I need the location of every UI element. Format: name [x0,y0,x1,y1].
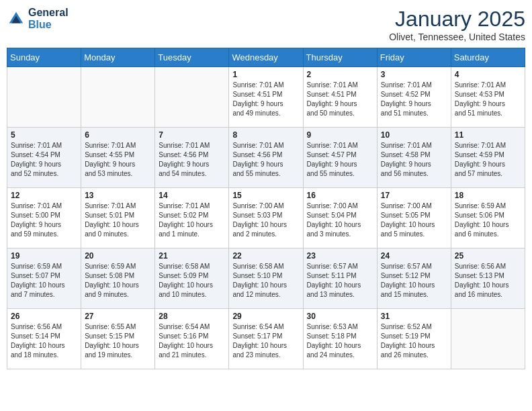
day-info: Sunrise: 6:57 AM Sunset: 5:11 PM Dayligh… [307,262,373,300]
weekday-header-sunday: Sunday [7,48,81,67]
logo-general: General [28,7,69,19]
weekday-header-tuesday: Tuesday [155,48,229,67]
day-number: 30 [307,312,373,321]
calendar-day-cell [155,67,229,128]
day-number: 8 [232,130,299,140]
calendar-day-cell: 21Sunrise: 6:58 AM Sunset: 5:09 PM Dayli… [155,248,229,309]
day-number: 6 [85,130,151,140]
calendar-day-cell: 23Sunrise: 6:57 AM Sunset: 5:11 PM Dayli… [303,248,377,309]
calendar-day-cell: 7Sunrise: 7:01 AM Sunset: 4:56 PM Daylig… [155,128,229,188]
weekday-header-wednesday: Wednesday [229,48,303,67]
calendar-week-row: 26Sunrise: 6:56 AM Sunset: 5:14 PM Dayli… [7,309,525,369]
day-number: 27 [85,312,151,321]
calendar-day-cell: 20Sunrise: 6:59 AM Sunset: 5:08 PM Dayli… [81,248,155,309]
day-number: 17 [381,191,447,200]
calendar-week-row: 5Sunrise: 7:01 AM Sunset: 4:54 PM Daylig… [7,128,525,188]
weekday-header-monday: Monday [81,48,155,67]
day-info: Sunrise: 7:00 AM Sunset: 5:03 PM Dayligh… [232,201,299,239]
day-info: Sunrise: 6:59 AM Sunset: 5:08 PM Dayligh… [85,262,151,300]
calendar-day-cell: 8Sunrise: 7:01 AM Sunset: 4:56 PM Daylig… [229,128,303,188]
day-number: 10 [381,130,447,140]
day-info: Sunrise: 7:01 AM Sunset: 4:57 PM Dayligh… [307,141,373,179]
day-number: 26 [11,312,77,321]
calendar-day-cell: 28Sunrise: 6:54 AM Sunset: 5:16 PM Dayli… [155,309,229,369]
day-number: 16 [307,191,373,200]
day-info: Sunrise: 6:57 AM Sunset: 5:12 PM Dayligh… [381,262,447,300]
calendar-day-cell [451,309,525,369]
day-info: Sunrise: 6:55 AM Sunset: 5:15 PM Dayligh… [85,322,151,360]
day-info: Sunrise: 7:01 AM Sunset: 4:59 PM Dayligh… [455,141,521,179]
day-info: Sunrise: 7:01 AM Sunset: 4:55 PM Dayligh… [85,141,151,179]
day-info: Sunrise: 7:01 AM Sunset: 5:01 PM Dayligh… [85,201,151,239]
day-info: Sunrise: 7:00 AM Sunset: 5:05 PM Dayligh… [381,201,447,239]
day-number: 23 [307,251,373,261]
weekday-header-saturday: Saturday [451,48,525,67]
day-number: 9 [307,130,373,140]
day-number: 7 [159,130,225,140]
calendar-day-cell: 5Sunrise: 7:01 AM Sunset: 4:54 PM Daylig… [7,128,81,188]
calendar-day-cell: 3Sunrise: 7:01 AM Sunset: 4:52 PM Daylig… [377,67,451,128]
day-info: Sunrise: 7:01 AM Sunset: 4:52 PM Dayligh… [381,81,447,118]
day-info: Sunrise: 6:58 AM Sunset: 5:09 PM Dayligh… [159,262,225,300]
day-info: Sunrise: 7:01 AM Sunset: 4:54 PM Dayligh… [11,141,77,179]
page-header: General Blue January 2025 Olivet, Tennes… [7,7,525,42]
day-number: 1 [232,70,299,79]
day-number: 15 [232,191,299,200]
day-number: 31 [381,312,447,321]
calendar-day-cell: 24Sunrise: 6:57 AM Sunset: 5:12 PM Dayli… [377,248,451,309]
calendar-day-cell: 18Sunrise: 6:59 AM Sunset: 5:06 PM Dayli… [451,188,525,248]
calendar-day-cell: 27Sunrise: 6:55 AM Sunset: 5:15 PM Dayli… [81,309,155,369]
day-info: Sunrise: 7:01 AM Sunset: 4:58 PM Dayligh… [381,141,447,179]
calendar-day-cell: 4Sunrise: 7:01 AM Sunset: 4:53 PM Daylig… [451,67,525,128]
day-info: Sunrise: 7:01 AM Sunset: 5:00 PM Dayligh… [11,201,77,239]
day-number: 12 [11,191,77,200]
day-info: Sunrise: 6:59 AM Sunset: 5:06 PM Dayligh… [455,201,521,239]
day-number: 3 [381,70,447,79]
calendar-day-cell: 2Sunrise: 7:01 AM Sunset: 4:51 PM Daylig… [303,67,377,128]
calendar-day-cell: 22Sunrise: 6:58 AM Sunset: 5:10 PM Dayli… [229,248,303,309]
title-area: January 2025 Olivet, Tennessee, United S… [389,7,525,42]
day-info: Sunrise: 6:56 AM Sunset: 5:13 PM Dayligh… [455,262,521,300]
calendar-day-cell: 13Sunrise: 7:01 AM Sunset: 5:01 PM Dayli… [81,188,155,248]
day-info: Sunrise: 6:52 AM Sunset: 5:19 PM Dayligh… [381,322,447,360]
calendar-day-cell: 15Sunrise: 7:00 AM Sunset: 5:03 PM Dayli… [229,188,303,248]
calendar-day-cell: 16Sunrise: 7:00 AM Sunset: 5:04 PM Dayli… [303,188,377,248]
day-number: 14 [159,191,225,200]
logo-icon [7,9,26,28]
calendar-table: SundayMondayTuesdayWednesdayThursdayFrid… [7,48,525,369]
day-number: 20 [85,251,151,261]
calendar-day-cell: 26Sunrise: 6:56 AM Sunset: 5:14 PM Dayli… [7,309,81,369]
calendar-day-cell: 12Sunrise: 7:01 AM Sunset: 5:00 PM Dayli… [7,188,81,248]
day-number: 28 [159,312,225,321]
weekday-header-friday: Friday [377,48,451,67]
day-number: 19 [11,251,77,261]
day-number: 4 [455,70,521,79]
day-info: Sunrise: 7:01 AM Sunset: 4:56 PM Dayligh… [232,141,299,179]
calendar-day-cell: 6Sunrise: 7:01 AM Sunset: 4:55 PM Daylig… [81,128,155,188]
day-number: 24 [381,251,447,261]
day-number: 11 [455,130,521,140]
day-number: 21 [159,251,225,261]
day-info: Sunrise: 7:01 AM Sunset: 4:56 PM Dayligh… [159,141,225,179]
calendar-day-cell: 9Sunrise: 7:01 AM Sunset: 4:57 PM Daylig… [303,128,377,188]
weekday-header-row: SundayMondayTuesdayWednesdayThursdayFrid… [7,48,525,67]
day-info: Sunrise: 6:54 AM Sunset: 5:16 PM Dayligh… [159,322,225,360]
day-info: Sunrise: 7:01 AM Sunset: 4:51 PM Dayligh… [232,81,299,118]
calendar-day-cell: 14Sunrise: 7:01 AM Sunset: 5:02 PM Dayli… [155,188,229,248]
month-title: January 2025 [389,7,525,32]
day-number: 18 [455,191,521,200]
calendar-week-row: 1Sunrise: 7:01 AM Sunset: 4:51 PM Daylig… [7,67,525,128]
calendar-day-cell [81,67,155,128]
calendar-day-cell: 29Sunrise: 6:54 AM Sunset: 5:17 PM Dayli… [229,309,303,369]
calendar-day-cell: 30Sunrise: 6:53 AM Sunset: 5:18 PM Dayli… [303,309,377,369]
day-info: Sunrise: 7:00 AM Sunset: 5:04 PM Dayligh… [307,201,373,239]
day-info: Sunrise: 7:01 AM Sunset: 5:02 PM Dayligh… [159,201,225,239]
day-info: Sunrise: 7:01 AM Sunset: 4:53 PM Dayligh… [455,81,521,118]
logo-text: General Blue [28,7,69,30]
day-number: 22 [232,251,299,261]
calendar-day-cell: 17Sunrise: 7:00 AM Sunset: 5:05 PM Dayli… [377,188,451,248]
weekday-header-thursday: Thursday [303,48,377,67]
day-info: Sunrise: 6:54 AM Sunset: 5:17 PM Dayligh… [232,322,299,360]
day-info: Sunrise: 6:53 AM Sunset: 5:18 PM Dayligh… [307,322,373,360]
day-info: Sunrise: 6:56 AM Sunset: 5:14 PM Dayligh… [11,322,77,360]
